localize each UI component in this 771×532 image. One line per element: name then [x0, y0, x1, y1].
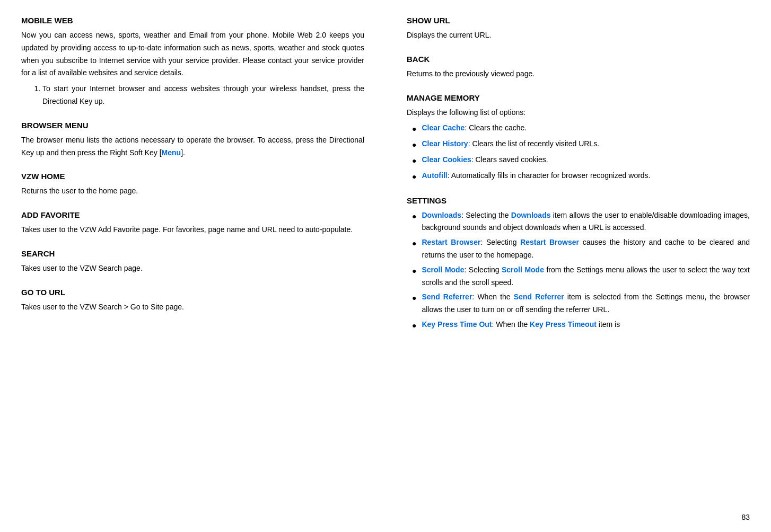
section-body-settings: Downloads: Selecting the Downloads item …: [407, 209, 750, 332]
mobile-web-list: To start your Internet browser and acces…: [42, 83, 364, 108]
menu-link: Menu: [162, 148, 181, 157]
list-item-downloads: Downloads: Selecting the Downloads item …: [412, 209, 750, 235]
page-number: 83: [741, 513, 750, 521]
section-title-search: SEARCH: [21, 249, 364, 258]
mobile-web-text: Now you can access news, sports, weather…: [21, 29, 364, 79]
scroll-mode-highlight: Scroll Mode: [422, 265, 464, 274]
clear-cache-highlight: Clear Cache: [422, 123, 465, 132]
list-item-scroll-mode: Scroll Mode: Selecting Scroll Mode from …: [412, 264, 750, 289]
section-title-add-favorite: ADD FAVORITE: [21, 210, 364, 219]
list-item: To start your Internet browser and acces…: [42, 83, 364, 108]
show-url-text: Displays the current URL.: [407, 29, 750, 42]
manage-memory-intro: Displays the following list of options:: [407, 107, 750, 119]
section-back: BACK Returns to the previously viewed pa…: [407, 55, 750, 81]
list-item-restart-browser: Restart Browser: Selecting Restart Brows…: [412, 236, 750, 262]
downloads-highlight2: Downloads: [511, 211, 551, 219]
restart-browser-highlight: Restart Browser: [422, 238, 480, 246]
section-manage-memory: MANAGE MEMORY Displays the following lis…: [407, 93, 750, 183]
section-show-url: SHOW URL Displays the current URL.: [407, 16, 750, 42]
page-container: MOBILE WEB Now you can access news, spor…: [21, 16, 750, 345]
list-item-clear-cache: Clear Cache: Clears the cache.: [412, 122, 750, 136]
back-text: Returns to the previously viewed page.: [407, 68, 750, 81]
section-body-back: Returns to the previously viewed page.: [407, 68, 750, 81]
go-to-url-text: Takes user to the VZW Search > Go to Sit…: [21, 301, 364, 314]
section-body-mobile-web: Now you can access news, sports, weather…: [21, 29, 364, 108]
scroll-mode-highlight2: Scroll Mode: [502, 265, 544, 274]
list-item-send-referrer: Send Referrer: When the Send Referrer it…: [412, 291, 750, 316]
list-item-key-press-timeout: Key Press Time Out: When the Key Press T…: [412, 318, 750, 332]
section-vzw-home: VZW HOME Returns the user to the home pa…: [21, 172, 364, 198]
section-browser-menu: BROWSER MENU The browser menu lists the …: [21, 121, 364, 159]
section-title-show-url: SHOW URL: [407, 16, 750, 25]
section-title-settings: SETTINGS: [407, 196, 750, 205]
vzw-home-text: Returns the user to the home page.: [21, 185, 364, 198]
downloads-highlight: Downloads: [422, 211, 461, 219]
section-body-add-favorite: Takes user to the VZW Add Favorite page.…: [21, 224, 364, 236]
section-title-back: BACK: [407, 55, 750, 64]
search-text: Takes user to the VZW Search page.: [21, 262, 364, 275]
list-item-clear-cookies: Clear Cookies: Clears saved cookies.: [412, 154, 750, 167]
section-title-vzw-home: VZW HOME: [21, 172, 364, 181]
section-body-show-url: Displays the current URL.: [407, 29, 750, 42]
section-body-manage-memory: Displays the following list of options: …: [407, 107, 750, 183]
left-column: MOBILE WEB Now you can access news, spor…: [21, 16, 375, 345]
add-favorite-text: Takes user to the VZW Add Favorite page.…: [21, 224, 364, 236]
section-search: SEARCH Takes user to the VZW Search page…: [21, 249, 364, 275]
list-item-autofill: Autofill: Automatically fills in charact…: [412, 170, 750, 183]
section-body-browser-menu: The browser menu lists the actions neces…: [21, 134, 364, 159]
section-body-go-to-url: Takes user to the VZW Search > Go to Sit…: [21, 301, 364, 314]
clear-history-highlight: Clear History: [422, 139, 468, 148]
section-body-vzw-home: Returns the user to the home page.: [21, 185, 364, 198]
section-title-mobile-web: MOBILE WEB: [21, 16, 364, 25]
autofill-highlight: Autofill: [422, 171, 447, 180]
key-press-timeout-highlight2: Key Press Timeout: [530, 320, 597, 329]
restart-browser-highlight2: Restart Browser: [520, 238, 579, 246]
section-title-go-to-url: GO TO URL: [21, 288, 364, 297]
section-mobile-web: MOBILE WEB Now you can access news, spor…: [21, 16, 364, 108]
section-title-browser-menu: BROWSER MENU: [21, 121, 364, 130]
key-press-timeout-highlight: Key Press Time Out: [422, 320, 492, 329]
send-referrer-highlight2: Send Referrer: [514, 292, 564, 301]
send-referrer-highlight: Send Referrer: [422, 292, 472, 301]
section-go-to-url: GO TO URL Takes user to the VZW Search >…: [21, 288, 364, 314]
manage-memory-list: Clear Cache: Clears the cache. Clear His…: [412, 122, 750, 183]
right-column: SHOW URL Displays the current URL. BACK …: [396, 16, 750, 345]
section-settings: SETTINGS Downloads: Selecting the Downlo…: [407, 196, 750, 332]
section-title-manage-memory: MANAGE MEMORY: [407, 93, 750, 102]
list-item-clear-history: Clear History: Clears the list of recent…: [412, 138, 750, 152]
section-add-favorite: ADD FAVORITE Takes user to the VZW Add F…: [21, 210, 364, 236]
browser-menu-text: The browser menu lists the actions neces…: [21, 134, 364, 159]
section-body-search: Takes user to the VZW Search page.: [21, 262, 364, 275]
settings-list: Downloads: Selecting the Downloads item …: [412, 209, 750, 332]
clear-cookies-highlight: Clear Cookies: [422, 155, 471, 164]
